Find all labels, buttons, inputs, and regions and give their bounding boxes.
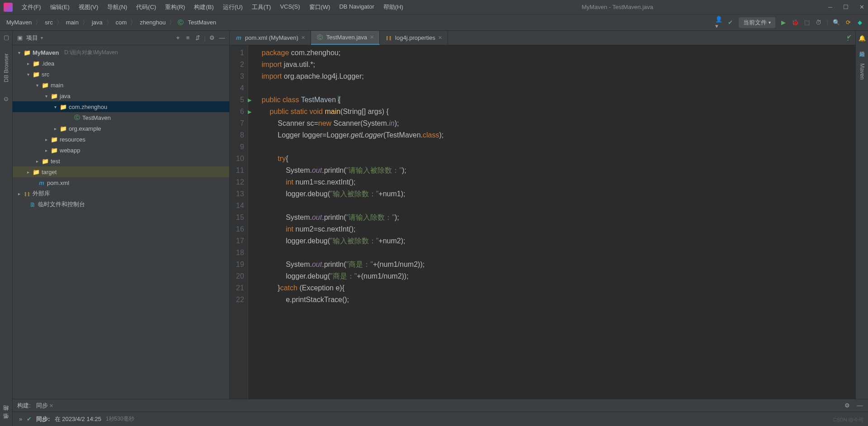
project-tool-icon[interactable]: ▢ <box>3 33 10 41</box>
collapse-all-icon[interactable]: ⇵ <box>194 34 202 42</box>
hide-panel-icon[interactable]: — <box>218 34 226 42</box>
reload-icon[interactable]: » <box>19 416 22 422</box>
project-view-icon: ▣ <box>16 34 24 42</box>
tree-target[interactable]: ▸📁target <box>13 166 229 177</box>
expand-all-icon[interactable]: ≡ <box>184 34 192 42</box>
profile-icon[interactable]: ⏱ <box>815 19 822 26</box>
crumb-main[interactable]: main <box>64 18 80 27</box>
menu-run[interactable]: 运行(U) <box>219 1 246 13</box>
right-tool-strip: 🔔 通知 m Maven <box>855 31 868 399</box>
main-area: ▢ DB Browser ⊙ ▣ 项目 ▾ ⌖ ≡ ⇵ | ⚙ — ▾📁MyMa… <box>0 31 868 399</box>
menu-code[interactable]: 代码(C) <box>132 1 160 13</box>
build-gear-icon[interactable]: ⚙ <box>844 402 851 409</box>
menu-window[interactable]: 窗口(W) <box>306 1 334 13</box>
tree-resources[interactable]: ▸📁resources <box>13 134 229 145</box>
class-icon: Ⓒ <box>177 19 184 26</box>
nav-toolbar: MyMaven〉 src〉 main〉 java〉 com〉 zhenghou〉… <box>0 14 868 31</box>
editor-area: mpom.xml (MyMaven)✕ ⒸTestMaven.java✕ ⫿⫿l… <box>230 31 855 399</box>
menu-vcs[interactable]: VCS(S) <box>276 1 303 13</box>
maximize-button[interactable]: ☐ <box>843 4 849 10</box>
locate-icon[interactable]: ⌖ <box>175 34 182 42</box>
maven-tool-icon[interactable]: m <box>859 51 866 58</box>
project-panel-title: 项目 <box>26 34 38 42</box>
crumb-java[interactable]: java <box>90 18 104 27</box>
menu-dbnavigator[interactable]: DB Navigator <box>335 1 377 13</box>
title-bar: 文件(F) 编辑(E) 视图(V) 导航(N) 代码(C) 重构(R) 构建(B… <box>0 0 868 14</box>
run-button-icon[interactable]: ▶ <box>780 19 787 26</box>
coverage-icon[interactable]: ⬚ <box>803 19 811 26</box>
close-icon[interactable]: ✕ <box>370 34 374 40</box>
crumb-com[interactable]: com <box>114 18 129 27</box>
breadcrumb: MyMaven〉 src〉 main〉 java〉 com〉 zhenghou〉… <box>5 18 218 27</box>
sidebar-dbbrowser[interactable]: DB Browser <box>3 53 9 82</box>
crumb-project[interactable]: MyMaven <box>5 18 33 27</box>
menu-tools[interactable]: 工具(T) <box>248 1 275 13</box>
tab-testmaven[interactable]: ⒸTestMaven.java✕ <box>311 31 380 45</box>
sidebar-maven[interactable]: Maven <box>859 63 865 80</box>
build-hide-icon[interactable]: — <box>856 402 863 409</box>
left-bottom-strip: 结构 书签 <box>0 399 13 426</box>
line-gutter: 1234 56 78910111213141516171819202122 <box>230 45 248 399</box>
inspection-ok-icon[interactable]: ✔ <box>847 33 852 40</box>
build-tab-sync[interactable]: 同步 ✕ <box>36 402 54 410</box>
left-tool-strip: ▢ DB Browser ⊙ <box>0 31 13 399</box>
tree-src[interactable]: ▾📁src <box>13 69 229 80</box>
tree-test[interactable]: ▸📁test <box>13 156 229 166</box>
tree-main[interactable]: ▾📁main <box>13 80 229 90</box>
menu-build[interactable]: 构建(B) <box>190 1 217 13</box>
menu-edit[interactable]: 编辑(E) <box>47 1 73 13</box>
user-icon[interactable]: 👤▾ <box>715 19 722 26</box>
code-content[interactable]: package com.zhenghou; import java.util.*… <box>248 45 443 399</box>
watermark: CSDN @今何 <box>833 417 863 423</box>
build-panel-body: » ✔ 同步: 在 2023/4/2 14:25 1秒530毫秒 <box>13 412 868 426</box>
menu-navigate[interactable]: 导航(N) <box>104 1 131 13</box>
project-tree[interactable]: ▾📁MyMaven D:\面向对象\MyMaven ▸📁.idea ▾📁src … <box>13 45 229 399</box>
build-label: 构建: <box>17 402 31 410</box>
project-panel-header: ▣ 项目 ▾ ⌖ ≡ ⇵ | ⚙ — <box>13 31 229 45</box>
close-icon[interactable]: ✕ <box>301 35 305 41</box>
close-icon[interactable]: ✕ <box>438 35 442 41</box>
crumb-file[interactable]: TestMaven <box>186 18 218 27</box>
build-panel: 构建: 同步 ✕ ⚙ — » ✔ 同步: 在 2023/4/2 14:25 1秒… <box>13 399 868 426</box>
sync-elapsed: 1秒530毫秒 <box>106 415 134 423</box>
build-panel-tabs: 构建: 同步 ✕ ⚙ — <box>13 399 868 412</box>
run-config-dropdown[interactable]: 当前文件▾ <box>739 17 775 28</box>
editor-tabs: mpom.xml (MyMaven)✕ ⒸTestMaven.java✕ ⫿⫿l… <box>230 31 855 45</box>
status-ok-icon: ✔ <box>27 416 32 422</box>
tree-pom[interactable]: mpom.xml <box>13 177 229 188</box>
crumb-src[interactable]: src <box>43 18 54 27</box>
tree-root[interactable]: ▾📁MyMaven D:\面向对象\MyMaven <box>13 47 229 58</box>
app-logo-icon <box>4 3 13 12</box>
tree-idea[interactable]: ▸📁.idea <box>13 58 229 69</box>
debug-button-icon[interactable]: 🐞 <box>792 19 799 26</box>
code-editor[interactable]: 1234 56 78910111213141516171819202122 pa… <box>230 45 855 399</box>
tree-java[interactable]: ▾📁java <box>13 90 229 101</box>
menu-bar: 文件(F) 编辑(E) 视图(V) 导航(N) 代码(C) 重构(R) 构建(B… <box>18 1 407 13</box>
menu-refactor[interactable]: 重构(R) <box>161 1 189 13</box>
tab-log4j[interactable]: ⫿⫿log4j.properties✕ <box>380 31 448 45</box>
sync-icon[interactable]: ⟳ <box>844 19 852 26</box>
tree-orgexample[interactable]: ▸📁org.example <box>13 123 229 134</box>
sync-status-label: 同步: <box>36 415 50 423</box>
tree-scratch[interactable]: 🗎临时文件和控制台 <box>13 199 229 210</box>
tree-package[interactable]: ▾📁com.zhenghou <box>13 101 229 112</box>
minimize-button[interactable]: ─ <box>828 4 832 10</box>
menu-help[interactable]: 帮助(H) <box>380 1 407 13</box>
menu-file[interactable]: 文件(F) <box>18 1 45 13</box>
sync-time: 在 2023/4/2 14:25 <box>55 415 101 423</box>
codewithme-icon[interactable]: ◆ <box>856 19 863 26</box>
crumb-pkg[interactable]: zhenghou <box>138 18 167 27</box>
tree-webapp[interactable]: ▸📁webapp <box>13 145 229 156</box>
gear-icon[interactable]: ⚙ <box>208 34 216 42</box>
tree-class[interactable]: ⒸTestMaven <box>13 112 229 123</box>
search-icon[interactable]: 🔍 <box>833 19 840 26</box>
notifications-icon[interactable]: 🔔 <box>859 34 866 42</box>
close-button[interactable]: ✕ <box>859 4 864 10</box>
project-panel: ▣ 项目 ▾ ⌖ ≡ ⇵ | ⚙ — ▾📁MyMaven D:\面向对象\MyM… <box>13 31 230 399</box>
window-title: MyMaven - TestMaven.java <box>407 4 828 10</box>
tree-external[interactable]: ▸⫿⫿外部库 <box>13 188 229 199</box>
tab-pom[interactable]: mpom.xml (MyMaven)✕ <box>230 31 311 45</box>
vcs-update-icon[interactable]: ✔ <box>727 19 734 26</box>
bookmarks-tool-icon[interactable]: ⊙ <box>3 95 10 102</box>
menu-view[interactable]: 视图(V) <box>75 1 102 13</box>
